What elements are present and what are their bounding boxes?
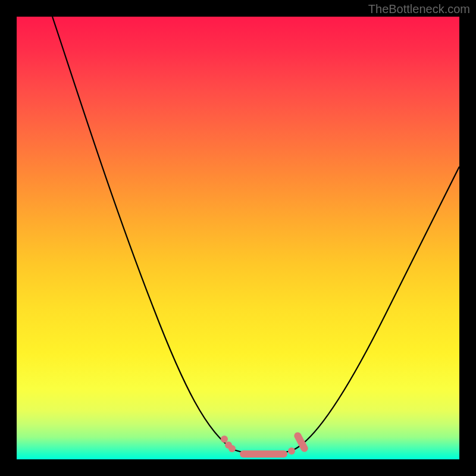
bottleneck-curve [52, 17, 459, 455]
curve-svg [17, 17, 459, 459]
watermark-text: TheBottleneck.com [368, 2, 470, 16]
marker-dot [221, 436, 228, 443]
marker-dot [288, 447, 295, 455]
marker-group [221, 431, 309, 458]
plot-area [17, 17, 459, 459]
marker-capsule [293, 431, 309, 453]
marker-capsule [240, 450, 287, 458]
marker-dot [228, 445, 236, 452]
